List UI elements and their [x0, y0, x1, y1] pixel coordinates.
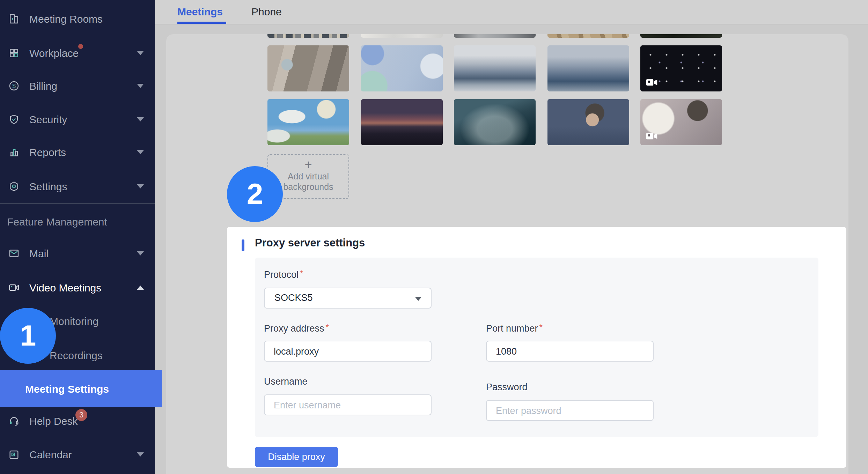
password-label: Password [486, 382, 528, 392]
workplace-icon [8, 47, 20, 59]
annotation-step-1: 1 [0, 308, 56, 364]
chevron-down-icon [137, 51, 144, 55]
sidebar-item-label: Mail [29, 247, 49, 259]
svg-text:$: $ [12, 82, 16, 89]
tab-phone[interactable]: Phone [251, 0, 282, 23]
sidebar-item-mail[interactable]: Mail [0, 242, 155, 265]
tab-bar: Meetings Phone [155, 0, 868, 24]
proxy-settings-card: Proxy server settings Protocol SOCKS5 Pr… [227, 227, 846, 468]
subitem-label: Monitoring [50, 315, 98, 327]
virtual-background-thumbnail[interactable] [454, 34, 536, 38]
sidebar-item-reports[interactable]: Reports [0, 140, 155, 164]
disable-proxy-button[interactable]: Disable proxy [255, 447, 338, 467]
chevron-up-icon [137, 286, 144, 290]
virtual-background-thumbnail[interactable] [267, 34, 349, 38]
sidebar-item-label: Calendar [29, 449, 72, 460]
card-title: Proxy server settings [255, 237, 365, 249]
chevron-down-icon [137, 452, 144, 457]
help-desk-badge: 3 [75, 409, 87, 421]
virtual-background-thumbnail[interactable] [267, 45, 349, 91]
sidebar-item-help-desk[interactable]: Help Desk 3 [0, 409, 155, 433]
sidebar-item-label: Meeting Rooms [29, 13, 103, 25]
virtual-background-thumbnail[interactable] [640, 99, 722, 145]
virtual-background-thumbnail[interactable] [454, 99, 536, 145]
meeting-settings-panel: + Add virtual backgrounds Proxy server s… [166, 34, 848, 474]
protocol-selected-value: SOCKS5 [274, 292, 313, 303]
subitem-label: Meeting Settings [25, 383, 109, 394]
active-tab-underline [177, 22, 226, 24]
virtual-background-thumbnail[interactable] [640, 34, 722, 38]
protocol-label: Protocol [264, 269, 303, 280]
password-input[interactable] [486, 400, 654, 421]
gear-icon [8, 181, 20, 192]
video-camera-icon [8, 282, 20, 293]
chevron-down-icon [137, 84, 144, 88]
mail-icon [8, 248, 20, 259]
shield-icon [8, 114, 20, 125]
sidebar-item-label: Video Meetings [29, 282, 101, 294]
billing-icon: $ [8, 80, 20, 91]
sidebar-item-label: Security [29, 113, 67, 125]
sidebar-item-workplace[interactable]: Workplace [0, 41, 155, 65]
chevron-down-icon [137, 251, 144, 255]
virtual-background-thumbnail[interactable] [547, 99, 629, 145]
proxy-address-label: Proxy address [264, 323, 329, 334]
sidebar: Meeting Rooms Workplace $ Billing [0, 0, 155, 474]
plus-icon: + [268, 158, 348, 172]
proxy-address-input[interactable] [264, 341, 432, 362]
video-camera-icon [646, 132, 658, 140]
bar-chart-icon [8, 147, 20, 158]
sidebar-item-settings[interactable]: Settings [0, 175, 155, 198]
sidebar-item-billing[interactable]: $ Billing [0, 74, 155, 98]
chevron-down-icon [137, 117, 144, 121]
sidebar-divider [0, 203, 155, 204]
sidebar-item-meeting-rooms[interactable]: Meeting Rooms [0, 7, 155, 31]
username-label: Username [264, 376, 308, 387]
calendar-icon [8, 449, 20, 460]
chevron-down-icon [137, 150, 144, 154]
tab-meetings[interactable]: Meetings [177, 0, 223, 23]
subitem-label: Recordings [50, 349, 103, 361]
sidebar-item-calendar[interactable]: Calendar [0, 443, 155, 466]
annotation-step-2: 2 [227, 166, 283, 222]
sidebar-item-label: Settings [29, 180, 67, 192]
chevron-down-icon [415, 297, 422, 301]
proxy-form: Protocol SOCKS5 Proxy address Port numbe… [255, 258, 818, 437]
virtual-background-thumbnail[interactable] [267, 99, 349, 145]
username-input[interactable] [264, 394, 432, 415]
sidebar-item-label: Help Desk [29, 415, 78, 427]
headset-icon [8, 415, 20, 427]
app-window: Meeting Rooms Workplace $ Billing [0, 0, 868, 474]
sidebar-item-video-meetings[interactable]: Video Meetings [0, 276, 155, 299]
sidebar-item-security[interactable]: Security [0, 108, 155, 131]
chevron-down-icon [137, 184, 144, 188]
sidebar-item-label: Billing [29, 80, 57, 92]
add-button-label-line1: Add virtual [268, 172, 348, 182]
meeting-rooms-icon [8, 13, 20, 24]
virtual-background-thumbnail[interactable] [454, 45, 536, 91]
virtual-background-thumbnail[interactable] [547, 34, 629, 38]
virtual-background-thumbnail[interactable] [640, 45, 722, 91]
virtual-background-thumbnail[interactable] [547, 45, 629, 91]
video-camera-icon [646, 78, 658, 87]
port-number-input[interactable] [486, 341, 654, 362]
virtual-background-thumbnail[interactable] [361, 99, 443, 145]
port-number-label: Port number [486, 323, 543, 334]
virtual-background-thumbnail[interactable] [361, 34, 443, 38]
virtual-background-thumbnail[interactable] [361, 45, 443, 91]
sidebar-item-label: Reports [29, 146, 66, 158]
sidebar-item-label: Workplace [29, 47, 79, 59]
sidebar-subitem-meeting-settings[interactable]: Meeting Settings [0, 370, 162, 407]
title-accent-bar [242, 239, 244, 251]
section-label-feature-management: Feature Management [7, 216, 107, 228]
notification-dot [78, 44, 83, 49]
protocol-select[interactable]: SOCKS5 [264, 288, 432, 309]
